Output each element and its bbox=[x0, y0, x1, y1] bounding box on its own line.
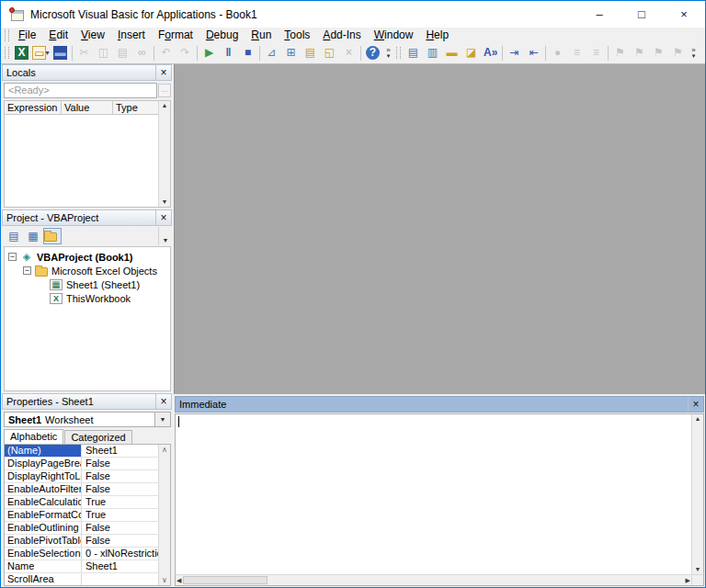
properties-window-button[interactable]: ▤ bbox=[301, 44, 320, 62]
clear-bookmarks-button[interactable]: ⚑ bbox=[668, 44, 688, 62]
tree-item-thisworkbook[interactable]: XThisWorkbook bbox=[5, 291, 170, 305]
project-toolbar-overflow[interactable]: ▼ bbox=[158, 227, 172, 245]
object-browser-button[interactable]: ◱ bbox=[320, 44, 339, 62]
scroll-up-icon[interactable]: ▲ bbox=[695, 415, 701, 423]
expander-minus-icon[interactable]: − bbox=[23, 266, 31, 275]
property-value[interactable]: False bbox=[82, 483, 158, 495]
reset-button[interactable]: ■ bbox=[238, 44, 257, 62]
property-value[interactable]: 0 - xlNoRestrictions bbox=[82, 548, 158, 560]
call-stack-button[interactable]: ... bbox=[158, 84, 171, 97]
copy-button[interactable]: ◫ bbox=[94, 44, 113, 62]
parameter-info-button[interactable]: ◪ bbox=[461, 44, 481, 62]
menu-file[interactable]: File bbox=[12, 28, 42, 42]
property-row[interactable]: EnableOutliningFalse bbox=[5, 522, 158, 535]
outdent-button[interactable]: ⇤ bbox=[524, 44, 543, 62]
menu-debug[interactable]: Debug bbox=[199, 28, 245, 42]
object-dropdown-button[interactable]: ▼ bbox=[155, 412, 171, 427]
menu-help[interactable]: Help bbox=[419, 28, 455, 42]
tab-alphabetic[interactable]: Alphabetic bbox=[4, 429, 63, 444]
property-row[interactable]: EnableFormatConditionsTrue bbox=[5, 509, 158, 522]
property-value[interactable]: Sheet1 bbox=[82, 560, 158, 572]
comment-block-button[interactable]: ≡ bbox=[567, 44, 586, 62]
tree-item-vbaproject-book1[interactable]: −◈VBAProject (Book1) bbox=[5, 250, 170, 264]
locals-col-value[interactable]: Value bbox=[62, 101, 113, 114]
help-button[interactable]: ? bbox=[363, 44, 382, 62]
save-button[interactable]: ▬ bbox=[51, 44, 70, 62]
uncomment-block-button[interactable]: ≡ bbox=[586, 44, 606, 62]
standard-toolbar-overflow[interactable]: »▾ bbox=[382, 44, 394, 62]
insert-userform-button[interactable]: ▭▾ bbox=[31, 44, 51, 62]
property-value[interactable]: True bbox=[82, 496, 158, 508]
scroll-up-icon[interactable]: ▲ bbox=[162, 102, 168, 109]
property-row[interactable]: (Name)Sheet1 bbox=[5, 445, 158, 458]
locals-close-button[interactable]: × bbox=[155, 65, 171, 80]
scroll-right-icon[interactable]: ▶ bbox=[686, 577, 690, 584]
scroll-up-icon[interactable]: ∧ bbox=[162, 446, 167, 454]
menu-add-ins[interactable]: Add-Ins bbox=[316, 28, 367, 42]
toolbox-button[interactable]: × bbox=[339, 44, 359, 62]
menu-view[interactable]: View bbox=[74, 28, 111, 42]
edit-toolbar-overflow[interactable]: »▾ bbox=[688, 44, 700, 62]
hscroll-thumb[interactable] bbox=[183, 576, 268, 584]
design-mode-button[interactable]: ⊿ bbox=[262, 44, 281, 62]
tree-item-sheet1-sheet1[interactable]: ▦Sheet1 (Sheet1) bbox=[5, 277, 170, 291]
property-row[interactable]: EnableSelection0 - xlNoRestrictions bbox=[5, 548, 158, 560]
property-value[interactable]: False bbox=[82, 535, 158, 547]
view-excel-button[interactable]: X bbox=[12, 44, 31, 62]
menu-window[interactable]: Window bbox=[368, 28, 420, 42]
menu-bar-grip[interactable] bbox=[5, 29, 9, 41]
property-row[interactable]: NameSheet1 bbox=[5, 560, 158, 573]
close-button[interactable]: × bbox=[663, 1, 705, 28]
indent-button[interactable]: ⇥ bbox=[505, 44, 524, 62]
tree-item-microsoft-excel-objects[interactable]: −Microsoft Excel Objects bbox=[5, 264, 170, 277]
project-explorer-button[interactable]: ⊞ bbox=[281, 44, 301, 62]
quick-info-button[interactable]: ▬ bbox=[442, 44, 461, 62]
immediate-input-area[interactable] bbox=[176, 414, 691, 574]
object-dropdown[interactable]: Sheet1 Worksheet bbox=[4, 412, 155, 427]
complete-word-button[interactable]: A» bbox=[481, 44, 500, 62]
break-button[interactable]: ‖ bbox=[219, 44, 238, 62]
expander-minus-icon[interactable]: − bbox=[8, 253, 17, 261]
property-value[interactable] bbox=[82, 573, 158, 585]
cut-button[interactable]: ✂ bbox=[74, 44, 94, 62]
dropdown-arrow-icon[interactable]: ▾ bbox=[45, 49, 49, 57]
toggle-breakpoint-button[interactable]: ● bbox=[548, 44, 567, 62]
undo-button[interactable]: ↶ bbox=[156, 44, 176, 62]
menu-run[interactable]: Run bbox=[245, 28, 278, 42]
menu-tools[interactable]: Tools bbox=[278, 28, 316, 42]
menu-insert[interactable]: Insert bbox=[111, 28, 152, 42]
previous-bookmark-button[interactable]: ⚑ bbox=[649, 44, 668, 62]
property-row[interactable]: EnableCalculationTrue bbox=[5, 496, 158, 509]
property-value[interactable]: False bbox=[82, 470, 158, 482]
edit-toolbar-grip[interactable] bbox=[396, 47, 401, 59]
scroll-down-icon[interactable]: ∨ bbox=[162, 576, 167, 584]
redo-button[interactable]: ↷ bbox=[176, 44, 195, 62]
view-code-button[interactable]: ▤ bbox=[5, 228, 23, 244]
locals-col-type[interactable]: Type bbox=[113, 101, 158, 114]
scroll-left-icon[interactable]: ◀ bbox=[176, 577, 181, 584]
property-row[interactable]: DisplayRightToLeftFalse bbox=[5, 470, 158, 483]
list-constants-button[interactable]: ▥ bbox=[423, 44, 442, 62]
scroll-down-icon[interactable]: ▼ bbox=[162, 198, 168, 206]
paste-button[interactable]: ▤ bbox=[113, 44, 132, 62]
menu-edit[interactable]: Edit bbox=[42, 28, 74, 42]
property-value[interactable]: True bbox=[82, 509, 158, 521]
standard-toolbar-grip[interactable] bbox=[5, 47, 9, 59]
immediate-close-button[interactable]: × bbox=[688, 397, 703, 412]
find-button[interactable]: ∞ bbox=[132, 44, 152, 62]
immediate-hscrollbar[interactable]: ◀ ▶ bbox=[176, 575, 691, 585]
next-bookmark-button[interactable]: ⚑ bbox=[630, 44, 649, 62]
toggle-bookmark-button[interactable]: ⚑ bbox=[610, 44, 630, 62]
property-row[interactable]: EnablePivotTableFalse bbox=[5, 535, 158, 548]
run-button[interactable]: ▶ bbox=[199, 44, 219, 62]
maximize-button[interactable]: □ bbox=[621, 1, 663, 28]
locals-col-expression[interactable]: Expression bbox=[5, 101, 62, 114]
property-row[interactable]: ScrollArea bbox=[5, 573, 158, 585]
property-value[interactable]: False bbox=[82, 458, 158, 469]
locals-vscrollbar[interactable]: ▲ ▼ bbox=[158, 101, 170, 207]
menu-format[interactable]: Format bbox=[152, 28, 199, 42]
list-properties-button[interactable]: ▤ bbox=[404, 44, 423, 62]
immediate-vscrollbar[interactable]: ▲ ▼ bbox=[691, 414, 703, 574]
minimize-button[interactable]: – bbox=[578, 1, 621, 28]
property-value[interactable]: Sheet1 bbox=[82, 445, 158, 457]
